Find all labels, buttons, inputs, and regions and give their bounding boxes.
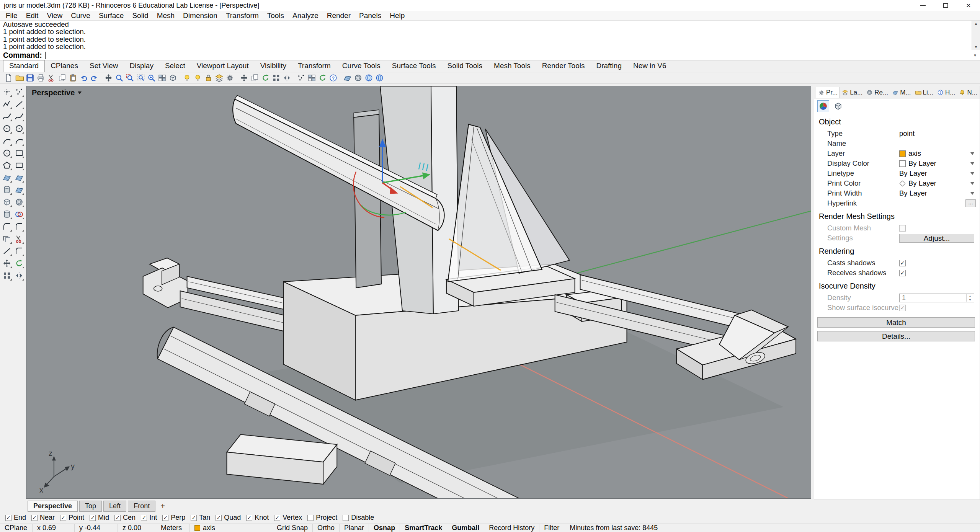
status-cplane[interactable]: CPlane <box>0 524 33 532</box>
osnap-near[interactable]: ✓Near <box>31 514 55 522</box>
toolbar-tab-drafting[interactable]: Drafting <box>590 60 627 72</box>
command-popup-button[interactable]: ▾ <box>971 51 979 59</box>
panel-tab-li[interactable]: Li... <box>913 87 935 98</box>
tool-arc-3pt[interactable] <box>13 135 25 147</box>
menu-item-curve[interactable]: Curve <box>67 11 95 20</box>
tool-circle-center[interactable] <box>1 122 13 134</box>
color-swatch[interactable] <box>899 160 906 167</box>
toolbar-icon-osnap-settings[interactable] <box>296 73 306 83</box>
tool-line-segments[interactable] <box>13 98 25 110</box>
status-toggle-smarttrack[interactable]: SmartTrack <box>400 524 447 532</box>
toolbar-icon-copy[interactable] <box>57 73 67 83</box>
status-toggle-grid-snap[interactable]: Grid Snap <box>272 524 313 532</box>
osnap-mid[interactable]: ✓Mid <box>90 514 109 522</box>
tool-polyline[interactable] <box>1 98 13 110</box>
print-color-swatch-icon[interactable] <box>900 180 906 186</box>
viewport-tab-top[interactable]: Top <box>79 501 102 512</box>
toolbar-icon-named-views[interactable] <box>167 73 178 83</box>
dropdown-chevron-icon[interactable] <box>970 182 974 185</box>
toolbar-icon-rotate[interactable] <box>260 73 271 83</box>
checkbox-show-surface-isocurve[interactable]: ✓ <box>899 305 906 311</box>
osnap-checkbox-project[interactable] <box>307 515 314 521</box>
toolbar-icon-record-history[interactable] <box>328 73 338 83</box>
tool-surface-3pt[interactable] <box>1 171 13 183</box>
new-viewport-tab-button[interactable]: + <box>157 502 168 511</box>
osnap-point[interactable]: ✓Point <box>60 514 84 522</box>
object-filter-button[interactable] <box>817 100 829 112</box>
toolbar-icon-paste[interactable] <box>67 73 78 83</box>
tool-surface-from-curves[interactable] <box>13 171 25 183</box>
menu-item-file[interactable]: File <box>2 11 22 20</box>
tool-move[interactable] <box>1 257 13 269</box>
checkbox-receives-shadows[interactable]: ✓ <box>899 270 906 276</box>
toolbar-icon-open-file[interactable] <box>14 73 24 83</box>
perspective-viewport[interactable]: z y x Perspective <box>26 86 811 499</box>
toolbar-icon-hide-objects[interactable] <box>192 73 203 83</box>
osnap-checkbox-vertex[interactable]: ✓ <box>274 515 280 521</box>
osnap-cen[interactable]: ✓Cen <box>114 514 136 522</box>
scroll-down-icon[interactable]: ▼ <box>972 44 980 50</box>
property-value-print-width[interactable]: By Layer <box>899 189 927 197</box>
toolbar-icon-show-objects[interactable] <box>181 73 192 83</box>
dropdown-chevron-icon[interactable] <box>970 162 974 165</box>
tool-curve-control-points[interactable] <box>13 110 25 122</box>
tool-cylinder[interactable] <box>1 208 13 220</box>
toolbar-icon-mirror[interactable] <box>281 73 292 83</box>
toolbar-tab-curve-tools[interactable]: Curve Tools <box>336 60 386 72</box>
toolbar-icon-zoom-selected[interactable] <box>146 73 157 83</box>
checkbox-custom-mesh[interactable] <box>899 225 906 232</box>
minimize-button[interactable] <box>911 0 934 11</box>
toolbar-icon-zoom-window[interactable] <box>124 73 135 83</box>
tool-rotate[interactable] <box>13 257 25 269</box>
dropdown-chevron-icon[interactable] <box>970 152 974 155</box>
status-y-coordinate[interactable]: y -0.44 <box>75 524 118 532</box>
viewport-properties-button[interactable] <box>832 100 844 112</box>
tool-single-point[interactable] <box>1 86 13 98</box>
menu-item-tools[interactable]: Tools <box>263 11 288 20</box>
status-toggle-osnap[interactable]: Osnap <box>369 524 400 532</box>
spinner-up-icon[interactable]: ▲ <box>967 294 973 298</box>
tool-arc-center[interactable] <box>1 135 13 147</box>
property-value-linetype[interactable]: By Layer <box>899 169 927 178</box>
toolbar-tab-cplanes[interactable]: CPlanes <box>45 60 84 72</box>
tool-fillet-curve[interactable] <box>1 220 13 232</box>
osnap-checkbox-cen[interactable]: ✓ <box>114 515 121 521</box>
toolbar-tab-viewport-layout[interactable]: Viewport Layout <box>191 60 255 72</box>
tool-scale[interactable] <box>1 269 13 281</box>
toolbar-icon-scale[interactable] <box>271 73 281 83</box>
toolbar-tab-mesh-tools[interactable]: Mesh Tools <box>488 60 536 72</box>
tool-rounded-rectangle[interactable] <box>13 159 25 171</box>
tool-join[interactable] <box>13 245 25 257</box>
details-button[interactable]: Details... <box>817 331 975 341</box>
toolbar-tab-standard[interactable]: Standard <box>3 60 45 72</box>
tool-mirror[interactable] <box>13 269 25 281</box>
toolbar-tab-solid-tools[interactable]: Solid Tools <box>442 60 488 72</box>
toolbar-icon-undo[interactable] <box>78 73 89 83</box>
toolbar-icon-pan-view[interactable] <box>103 73 114 83</box>
viewport-tab-left[interactable]: Left <box>103 501 126 512</box>
tool-sphere[interactable] <box>13 196 25 208</box>
viewport-tab-perspective[interactable]: Perspective <box>28 501 78 512</box>
tool-circle-diameter[interactable] <box>13 122 25 134</box>
toolbar-icon-gumball-toggle[interactable] <box>317 73 328 83</box>
toolbar-icon-copy-object[interactable] <box>249 73 260 83</box>
toolbar-tab-select[interactable]: Select <box>159 60 191 72</box>
toolbar-icon-zoom-extents[interactable] <box>135 73 146 83</box>
panel-tab-pr[interactable]: Pr... <box>816 87 840 98</box>
tool-ellipse[interactable] <box>1 147 13 159</box>
osnap-tan[interactable]: ✓Tan <box>191 514 210 522</box>
osnap-checkbox-disable[interactable] <box>343 515 349 521</box>
checkbox-casts-shadows[interactable]: ✓ <box>899 260 906 266</box>
property-value-display-color[interactable]: By Layer <box>899 159 936 168</box>
osnap-checkbox-end[interactable]: ✓ <box>5 515 11 521</box>
density-input[interactable]: 1▲▼ <box>899 294 974 302</box>
tool-offset-curve[interactable] <box>1 233 13 245</box>
tool-boolean-union[interactable] <box>13 208 25 220</box>
toolbar-icon-save[interactable] <box>24 73 35 83</box>
tool-polygon[interactable] <box>1 159 13 171</box>
menu-item-analyze[interactable]: Analyze <box>288 11 323 20</box>
property-value-type[interactable]: point <box>899 129 915 138</box>
property-value-print-color[interactable]: By Layer <box>899 179 936 188</box>
status-toggle-filter[interactable]: Filter <box>539 524 564 532</box>
viewport-title[interactable]: Perspective <box>32 88 82 97</box>
